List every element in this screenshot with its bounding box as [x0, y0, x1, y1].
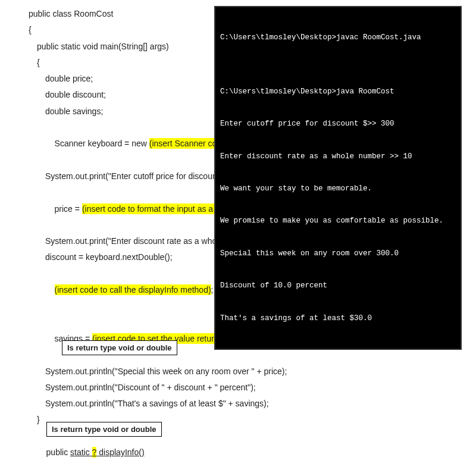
document-page: C:\Users\tlmosley\Desktop>javac RoomCost…	[0, 0, 476, 476]
code-text: Scanner keyboard = new	[55, 139, 149, 148]
terminal-line: Special this week on any room over 300.0	[220, 248, 456, 259]
code-text: static	[70, 447, 92, 457]
code-line: System.out.println("That's a savings of …	[29, 396, 464, 412]
terminal-line: Enter discount rate as a whole number >>…	[220, 151, 456, 162]
terminal-line: C:\Users\tlmosley\Desktop>javac RoomCost…	[220, 32, 456, 43]
terminal-line: Discount of 10.0 percent	[220, 280, 456, 291]
note-box: Is return type void or double	[62, 340, 177, 355]
code-text: public	[46, 447, 70, 457]
code-line: System.out.println("Discount of " + disc…	[29, 380, 464, 396]
code-text: price =	[55, 204, 82, 214]
terminal-line: That's a savings of at least $30.0	[220, 313, 456, 324]
terminal-line: We want your stay to be memorable.	[220, 183, 456, 194]
code-text: ;	[211, 285, 214, 295]
terminal-line: C:\Users\tlmosley\Desktop>java RoomCost	[220, 86, 456, 97]
terminal-line: Enter cutoff price for discount $>> 300	[220, 118, 456, 129]
code-text: displayInfo()	[96, 447, 144, 457]
code-line: System.out.println("Special this week on…	[29, 364, 464, 380]
highlight-placeholder: (insert code to call the displayInfo met…	[55, 284, 211, 295]
terminal-output: C:\Users\tlmosley\Desktop>javac RoomCost…	[214, 6, 462, 350]
note-box: Is return type void or double	[46, 422, 162, 437]
terminal-line: We promise to make you as comfortable as…	[220, 215, 456, 226]
